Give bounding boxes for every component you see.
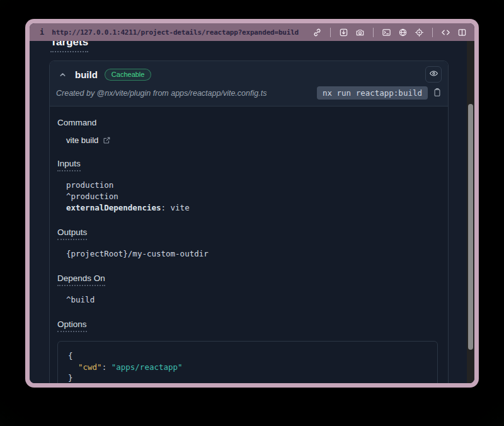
targets-heading: Targets xyxy=(50,41,88,52)
browser-window: i http://127.0.0.1:4211/project-details/… xyxy=(25,19,479,388)
json-separator: : xyxy=(102,362,112,372)
json-value: "apps/reactapp" xyxy=(112,362,183,372)
clipboard-icon xyxy=(433,88,442,99)
options-json-box: { "cwd": "apps/reactapp" } xyxy=(57,341,438,383)
outputs-label[interactable]: Outputs xyxy=(57,227,87,240)
input-item-rest: : vite xyxy=(161,203,190,212)
json-key: "cwd" xyxy=(78,362,102,372)
save-image-icon[interactable] xyxy=(339,28,348,37)
url-text[interactable]: http://127.0.0.1:4211/project-details/re… xyxy=(52,28,299,37)
chevron-up-icon[interactable] xyxy=(59,71,67,79)
vertical-scrollbar[interactable] xyxy=(467,41,474,383)
browser-toolbar: i http://127.0.0.1:4211/project-details/… xyxy=(30,23,474,41)
depends-on-item: ^build xyxy=(66,294,438,306)
terminal-icon[interactable] xyxy=(382,28,391,37)
run-command-chip: nx run reactapp:build xyxy=(317,86,428,100)
outputs-list: {projectRoot}/my-custom-outdir xyxy=(66,248,438,260)
command-value-row: vite build xyxy=(66,135,438,145)
target-card-build: build Cacheable Created by @nx/vite/plug… xyxy=(49,60,449,383)
command-label: Command xyxy=(57,118,96,127)
input-item: production xyxy=(66,180,438,191)
input-item-key: externalDependencies xyxy=(66,203,161,212)
json-close-brace: } xyxy=(68,372,428,383)
target-icon[interactable] xyxy=(415,28,424,37)
output-item: {projectRoot}/my-custom-outdir xyxy=(66,248,438,260)
input-item: ^production xyxy=(66,191,438,202)
browser-window-inner: i http://127.0.0.1:4211/project-details/… xyxy=(30,23,474,383)
depends-on-list: ^build xyxy=(66,294,438,306)
options-label[interactable]: Options xyxy=(57,320,87,332)
toolbar-divider xyxy=(330,28,331,37)
link-icon[interactable] xyxy=(312,28,322,37)
cacheable-badge: Cacheable xyxy=(105,69,152,81)
globe-icon[interactable] xyxy=(398,28,408,37)
code-icon[interactable] xyxy=(441,28,450,37)
split-view-icon[interactable] xyxy=(457,28,467,37)
view-in-graph-button[interactable] xyxy=(425,66,442,83)
eye-icon xyxy=(429,69,438,80)
input-item: externalDependencies: vite xyxy=(66,202,438,214)
toolbar-divider xyxy=(432,28,433,37)
toolbar-divider xyxy=(373,28,374,37)
copy-command-button[interactable] xyxy=(433,88,442,99)
build-card-subheader: Created by @nx/vite/plugin from apps/rea… xyxy=(50,85,448,106)
build-card-header-area: build Cacheable Created by @nx/vite/plug… xyxy=(50,61,448,106)
page-viewport: Targets build Cacheable Created by @n xyxy=(30,41,474,383)
json-property-row: "cwd": "apps/reactapp" xyxy=(68,362,428,373)
external-link-icon[interactable] xyxy=(103,136,111,144)
build-target-title: build xyxy=(75,69,98,80)
camera-icon[interactable] xyxy=(355,28,365,37)
command-value: vite build xyxy=(66,135,98,145)
build-card-header[interactable]: build Cacheable xyxy=(50,61,448,85)
depends-on-label[interactable]: Depends On xyxy=(57,273,105,286)
scrollbar-thumb[interactable] xyxy=(468,104,473,350)
project-details-content: Targets build Cacheable Created by @n xyxy=(30,41,467,383)
info-icon: i xyxy=(40,28,44,37)
inputs-label[interactable]: Inputs xyxy=(57,159,81,171)
json-open-brace: { xyxy=(68,350,428,362)
build-card-body: Command vite build Inputs production ^pr… xyxy=(50,106,448,383)
created-by-text: Created by @nx/vite/plugin from apps/rea… xyxy=(56,89,266,98)
toolbar-icon-group xyxy=(312,28,467,37)
inputs-list: production ^production externalDependenc… xyxy=(66,180,438,214)
